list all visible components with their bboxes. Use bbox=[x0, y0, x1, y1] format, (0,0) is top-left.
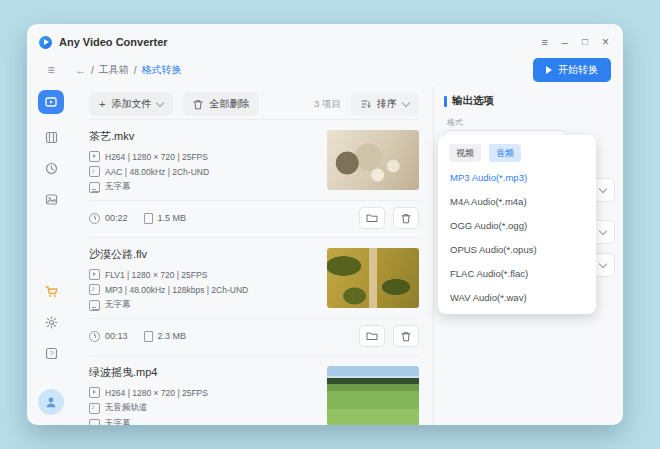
file-size: 2.3 MB bbox=[158, 331, 187, 341]
remove-item-button[interactable] bbox=[393, 325, 419, 347]
list-toolbar: + 添加文件 全部删除 3 项目 排序 bbox=[89, 92, 419, 116]
video-codec-icon bbox=[89, 387, 100, 398]
window-menu-icon[interactable]: ≡ bbox=[541, 37, 547, 48]
image-icon bbox=[44, 192, 59, 207]
video-thumbnail bbox=[327, 366, 419, 425]
converter-icon bbox=[44, 95, 58, 109]
chevron-down-icon bbox=[402, 98, 410, 106]
folder-icon bbox=[366, 331, 378, 341]
duration-icon bbox=[89, 331, 100, 342]
minimize-icon[interactable]: – bbox=[562, 37, 568, 48]
remove-item-button[interactable] bbox=[393, 207, 419, 229]
format-option-flac[interactable]: FLAC Audio(*.flac) bbox=[449, 261, 585, 285]
title-bar: Any Video Converter ≡ – □ × bbox=[27, 24, 623, 54]
start-convert-button[interactable]: 开始转换 bbox=[533, 58, 611, 82]
subtitle-info: 无字幕 bbox=[105, 181, 131, 193]
sidebar-item-store[interactable] bbox=[44, 283, 59, 299]
sidebar-item-media[interactable] bbox=[44, 129, 59, 145]
section-accent-bar bbox=[444, 96, 447, 107]
sidebar-item-history[interactable] bbox=[44, 160, 59, 176]
svg-text:?: ? bbox=[49, 349, 53, 358]
open-folder-button[interactable] bbox=[359, 207, 385, 229]
audio-info: AAC | 48.00kHz | 2Ch-UND bbox=[105, 167, 209, 177]
sidebar-item-screenshot[interactable] bbox=[44, 191, 59, 207]
video-codec-icon bbox=[89, 151, 100, 162]
person-icon bbox=[43, 394, 59, 410]
audio-codec-icon bbox=[89, 284, 100, 295]
trash-icon bbox=[193, 99, 203, 110]
app-window: Any Video Converter ≡ – □ × ≡ ← / 工具箱 / … bbox=[27, 24, 623, 425]
video-thumbnail bbox=[327, 130, 419, 190]
format-option-opus[interactable]: OPUS Audio(*.opus) bbox=[449, 237, 585, 261]
app-title: Any Video Converter bbox=[59, 36, 168, 48]
video-codec-icon bbox=[89, 269, 100, 280]
cart-icon bbox=[44, 284, 59, 299]
chevron-down-icon bbox=[599, 259, 607, 267]
subtitle-icon bbox=[89, 419, 100, 426]
sidebar: ? bbox=[27, 86, 75, 425]
gear-icon bbox=[44, 315, 59, 330]
chevron-down-icon bbox=[156, 98, 164, 106]
file-card[interactable]: 绿波摇曳.mp4 H264 | 1280 × 720 | 25FPS 无音频轨道… bbox=[89, 355, 419, 425]
subtitle-icon bbox=[89, 182, 100, 193]
file-size-icon bbox=[144, 213, 153, 224]
video-info: H264 | 1280 × 720 | 25FPS bbox=[105, 388, 208, 398]
trash-icon bbox=[401, 213, 411, 224]
play-icon bbox=[546, 66, 552, 74]
sidebar-item-help[interactable]: ? bbox=[44, 345, 59, 361]
duration-icon bbox=[89, 213, 100, 224]
file-size: 1.5 MB bbox=[158, 213, 187, 223]
sidebar-item-settings[interactable] bbox=[44, 314, 59, 330]
video-info: H264 | 1280 × 720 | 25FPS bbox=[105, 152, 208, 162]
audio-codec-icon bbox=[89, 403, 100, 414]
video-info: FLV1 | 1280 × 720 | 25FPS bbox=[105, 270, 207, 280]
file-list-panel: + 添加文件 全部删除 3 项目 排序 茶艺.mkv H264 | 1 bbox=[75, 86, 434, 425]
breadcrumb-format-convert[interactable]: 格式转换 bbox=[142, 63, 182, 77]
plus-icon: + bbox=[99, 99, 105, 110]
output-options-panel: 输出选项 格式 MP3 Audio(*.mp3) 0s 视频 音频 MP3 Au… bbox=[434, 86, 623, 425]
file-card[interactable]: 茶艺.mkv H264 | 1280 × 720 | 25FPS AAC | 4… bbox=[89, 119, 419, 237]
subtitle-info: 无字幕 bbox=[105, 299, 131, 311]
tab-audio[interactable]: 音频 bbox=[489, 144, 521, 162]
format-option-m4a[interactable]: M4A Audio(*.m4a) bbox=[449, 189, 585, 213]
audio-codec-icon bbox=[89, 166, 100, 177]
format-option-ogg[interactable]: OGG Audio(*.ogg) bbox=[449, 213, 585, 237]
breadcrumb-toolbox[interactable]: 工具箱 bbox=[99, 63, 129, 77]
file-size-icon bbox=[144, 331, 153, 342]
chevron-down-icon bbox=[599, 226, 607, 234]
maximize-icon[interactable]: □ bbox=[582, 37, 588, 47]
breadcrumb: ← / 工具箱 / 格式转换 bbox=[75, 63, 182, 77]
trash-icon bbox=[401, 331, 411, 342]
help-icon: ? bbox=[44, 346, 59, 361]
delete-all-button[interactable]: 全部删除 bbox=[183, 92, 259, 116]
chevron-down-icon bbox=[599, 184, 607, 192]
subtitle-info: 无字幕 bbox=[105, 418, 131, 425]
video-thumbnail bbox=[327, 248, 419, 308]
open-folder-button[interactable] bbox=[359, 325, 385, 347]
film-icon bbox=[44, 130, 59, 145]
back-icon[interactable]: ← bbox=[75, 64, 86, 76]
clock-icon bbox=[44, 161, 59, 176]
sidebar-menu-icon[interactable]: ≡ bbox=[27, 63, 75, 77]
format-option-wav[interactable]: WAV Audio(*.wav) bbox=[449, 285, 585, 309]
duration: 00:22 bbox=[105, 213, 128, 223]
close-icon[interactable]: × bbox=[602, 36, 609, 48]
format-dropdown: 视频 音频 MP3 Audio(*.mp3) M4A Audio(*.m4a) … bbox=[438, 135, 596, 314]
audio-info: 无音频轨道 bbox=[105, 402, 148, 414]
sort-icon bbox=[361, 99, 371, 109]
action-bar: ≡ ← / 工具箱 / 格式转换 开始转换 bbox=[27, 54, 623, 86]
audio-info: MP3 | 48.00kHz | 128kbps | 2Ch-UND bbox=[105, 285, 248, 295]
duration: 00:13 bbox=[105, 331, 128, 341]
sort-button[interactable]: 排序 bbox=[351, 92, 419, 116]
add-files-button[interactable]: + 添加文件 bbox=[89, 92, 173, 116]
breadcrumb-separator: / bbox=[134, 65, 137, 76]
format-label: 格式 bbox=[447, 117, 611, 128]
breadcrumb-separator: / bbox=[91, 65, 94, 76]
file-card[interactable]: 沙漠公路.flv FLV1 | 1280 × 720 | 25FPS MP3 |… bbox=[89, 237, 419, 355]
user-avatar[interactable] bbox=[38, 389, 64, 415]
sidebar-item-converter[interactable] bbox=[38, 90, 64, 114]
tab-video[interactable]: 视频 bbox=[449, 144, 481, 162]
output-options-title: 输出选项 bbox=[452, 94, 494, 108]
format-option-mp3[interactable]: MP3 Audio(*.mp3) bbox=[449, 165, 585, 189]
items-count: 3 项目 bbox=[314, 98, 341, 111]
